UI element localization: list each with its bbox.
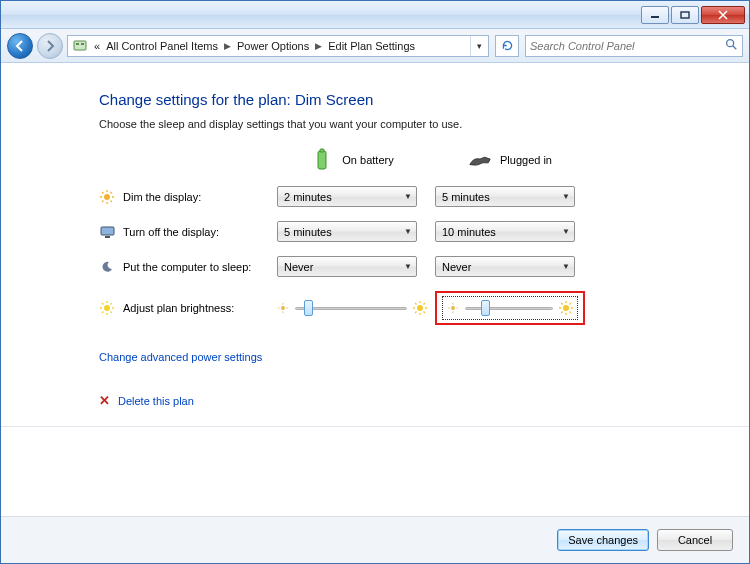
delete-icon: ✕ bbox=[99, 393, 110, 408]
svg-line-39 bbox=[415, 303, 417, 305]
svg-rect-3 bbox=[76, 43, 79, 45]
column-label: On battery bbox=[342, 154, 393, 166]
breadcrumb-item[interactable]: Edit Plan Settings bbox=[324, 36, 419, 56]
row-sleep: Put the computer to sleep: bbox=[99, 259, 269, 275]
svg-line-56 bbox=[570, 303, 572, 305]
search-box[interactable] bbox=[525, 35, 743, 57]
svg-rect-8 bbox=[320, 149, 324, 152]
svg-rect-2 bbox=[74, 41, 86, 50]
search-input[interactable] bbox=[530, 40, 724, 52]
footer: Save changes Cancel bbox=[1, 516, 749, 563]
row-label: Dim the display: bbox=[123, 191, 201, 203]
back-button[interactable] bbox=[7, 33, 33, 59]
svg-line-17 bbox=[111, 192, 113, 194]
svg-line-26 bbox=[111, 312, 113, 314]
chevron-right-icon: ▶ bbox=[313, 41, 324, 51]
sun-dim-icon bbox=[447, 302, 459, 314]
highlight-box bbox=[435, 291, 585, 325]
svg-rect-1 bbox=[681, 12, 689, 18]
moon-icon bbox=[99, 259, 115, 275]
sun-dim-icon bbox=[277, 302, 289, 314]
svg-rect-19 bbox=[105, 236, 110, 238]
svg-rect-0 bbox=[651, 16, 659, 18]
row-dim-display: Dim the display: bbox=[99, 189, 269, 205]
svg-line-6 bbox=[733, 45, 737, 49]
toolbar: « All Control Panel Items ▶ Power Option… bbox=[1, 29, 749, 63]
brightness-icon bbox=[99, 300, 115, 316]
page-title: Change settings for the plan: Dim Screen bbox=[99, 91, 659, 108]
svg-line-40 bbox=[424, 312, 426, 314]
column-label: Plugged in bbox=[500, 154, 552, 166]
svg-rect-4 bbox=[81, 43, 84, 45]
column-header-battery: On battery bbox=[277, 148, 427, 172]
svg-point-34 bbox=[417, 305, 423, 311]
svg-line-55 bbox=[561, 312, 563, 314]
svg-point-43 bbox=[451, 306, 455, 310]
svg-line-14 bbox=[102, 192, 104, 194]
titlebar bbox=[1, 1, 749, 29]
off-battery-select[interactable]: 5 minutes▼ bbox=[277, 221, 417, 242]
breadcrumb[interactable]: « All Control Panel Items ▶ Power Option… bbox=[67, 35, 489, 57]
off-plugged-select[interactable]: 10 minutes▼ bbox=[435, 221, 575, 242]
window: « All Control Panel Items ▶ Power Option… bbox=[0, 0, 750, 564]
sleep-battery-select[interactable]: Never▼ bbox=[277, 256, 417, 277]
svg-point-20 bbox=[104, 305, 110, 311]
svg-point-29 bbox=[281, 306, 285, 310]
sun-bright-icon bbox=[413, 301, 427, 315]
svg-line-25 bbox=[102, 303, 104, 305]
row-label: Adjust plan brightness: bbox=[123, 302, 234, 314]
save-button[interactable]: Save changes bbox=[557, 529, 649, 551]
content: Change settings for the plan: Dim Screen… bbox=[1, 63, 749, 516]
forward-button[interactable] bbox=[37, 33, 63, 59]
column-header-plugged: Plugged in bbox=[435, 148, 585, 172]
svg-point-5 bbox=[727, 39, 734, 46]
svg-point-48 bbox=[563, 305, 569, 311]
svg-line-27 bbox=[102, 312, 104, 314]
sun-icon bbox=[99, 189, 115, 205]
svg-line-28 bbox=[111, 303, 113, 305]
maximize-button[interactable] bbox=[671, 6, 699, 24]
search-icon bbox=[724, 37, 738, 55]
row-turn-off-display: Turn off the display: bbox=[99, 224, 269, 240]
chevron-right-icon: ▶ bbox=[222, 41, 233, 51]
control-panel-icon bbox=[71, 37, 89, 55]
page-subtitle: Choose the sleep and display settings th… bbox=[99, 118, 659, 130]
svg-point-9 bbox=[104, 194, 110, 200]
settings-grid: On battery Plugged in Dim the display: 2… bbox=[99, 148, 659, 325]
breadcrumb-item[interactable]: All Control Panel Items bbox=[102, 36, 222, 56]
svg-line-42 bbox=[424, 303, 426, 305]
cancel-button[interactable]: Cancel bbox=[657, 529, 733, 551]
svg-line-41 bbox=[415, 312, 417, 314]
advanced-settings-link[interactable]: Change advanced power settings bbox=[99, 351, 659, 363]
breadcrumb-item[interactable]: Power Options bbox=[233, 36, 313, 56]
address-dropdown[interactable]: ▾ bbox=[470, 36, 488, 56]
dim-plugged-select[interactable]: 5 minutes▼ bbox=[435, 186, 575, 207]
svg-line-15 bbox=[111, 200, 113, 202]
refresh-button[interactable] bbox=[495, 35, 519, 57]
svg-rect-7 bbox=[318, 151, 326, 169]
brightness-battery-slider[interactable] bbox=[277, 299, 427, 317]
sun-bright-icon bbox=[559, 301, 573, 315]
row-brightness: Adjust plan brightness: bbox=[99, 300, 269, 316]
divider bbox=[1, 426, 749, 427]
minimize-button[interactable] bbox=[641, 6, 669, 24]
svg-line-54 bbox=[570, 312, 572, 314]
row-label: Turn off the display: bbox=[123, 226, 219, 238]
dim-battery-select[interactable]: 2 minutes▼ bbox=[277, 186, 417, 207]
battery-icon bbox=[310, 148, 334, 172]
monitor-icon bbox=[99, 224, 115, 240]
delete-plan-link[interactable]: Delete this plan bbox=[118, 395, 194, 407]
row-label: Put the computer to sleep: bbox=[123, 261, 251, 273]
brightness-plugged-slider[interactable] bbox=[465, 299, 553, 317]
svg-rect-18 bbox=[101, 227, 114, 235]
svg-line-53 bbox=[561, 303, 563, 305]
sleep-plugged-select[interactable]: Never▼ bbox=[435, 256, 575, 277]
svg-line-16 bbox=[102, 200, 104, 202]
plug-icon bbox=[468, 148, 492, 172]
close-button[interactable] bbox=[701, 6, 745, 24]
